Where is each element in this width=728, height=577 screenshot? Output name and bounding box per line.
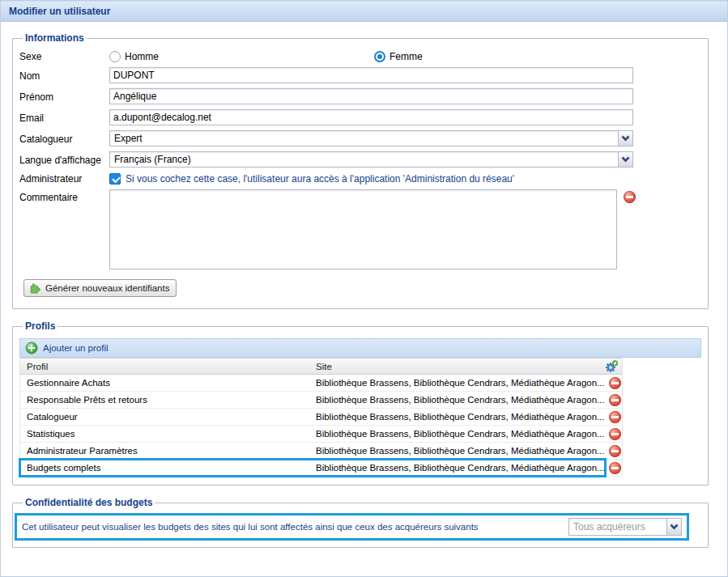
langue-dropdown-trigger[interactable] (618, 152, 632, 167)
radio-homme-label: Homme (125, 51, 159, 62)
profile-name-cell: Gestionnaire Achats (20, 378, 316, 388)
profile-row-main: Administrateur Paramètres Bibliothèque B… (20, 443, 605, 459)
add-profile-toolbar[interactable]: Ajouter un profil (19, 338, 701, 358)
add-profile-label: Ajouter un profil (43, 343, 109, 353)
profile-sites-cell: Bibliothèque Brassens, Bibliothèque Cend… (316, 446, 605, 456)
chevron-down-icon (670, 524, 679, 530)
profile-row[interactable]: Administrateur Paramètres Bibliothèque B… (20, 443, 622, 460)
nom-row: Nom (19, 67, 701, 83)
panel-titlebar: Modifier un utilisateur (1, 1, 727, 22)
administrateur-checkbox[interactable] (109, 173, 121, 185)
profile-sites-cell: Bibliothèque Brassens, Bibliothèque Cend… (316, 463, 605, 473)
commentaire-row: Commentaire (19, 189, 701, 269)
profile-row-main: Budgets complets Bibliothèque Brassens, … (20, 460, 605, 476)
acquereurs-select[interactable]: Tous acquéreurs (568, 518, 682, 536)
chevron-down-icon (621, 135, 630, 142)
profile-row[interactable]: Gestionnaire Achats Bibliothèque Brassen… (20, 375, 622, 392)
administrateur-label: Administrateur (19, 172, 109, 185)
remove-profile-icon[interactable] (609, 394, 621, 406)
informations-legend: Informations (23, 32, 87, 44)
catalogueur-value: Expert (110, 133, 618, 144)
generate-credentials-label: Générer nouveaux identifiants (45, 283, 169, 293)
radio-option-femme[interactable]: Femme (374, 51, 423, 62)
langue-label: Langue d'affichage (19, 154, 109, 166)
radio-option-homme[interactable]: Homme (109, 51, 374, 62)
profile-name-cell: Responsable Prêts et retours (20, 395, 316, 405)
nom-label: Nom (19, 70, 109, 82)
prenom-row: Prénom (19, 88, 701, 104)
langue-value: Français (France) (110, 154, 618, 165)
profile-name-cell: Budgets complets (20, 463, 316, 473)
profile-row-main: Statistiques Bibliothèque Brassens, Bibl… (20, 426, 605, 442)
profile-row[interactable]: Statistiques Bibliothèque Brassens, Bibl… (20, 426, 622, 443)
radio-femme-label: Femme (390, 51, 423, 62)
remove-profile-icon[interactable] (609, 377, 621, 389)
profile-row[interactable]: Budgets complets Bibliothèque Brassens, … (20, 460, 622, 477)
catalogueur-label: Catalogueur (19, 133, 109, 145)
profile-name-cell: Statistiques (20, 429, 316, 439)
commentaire-label: Commentaire (19, 189, 109, 203)
edit-user-panel: Modifier un utilisateur Informations Sex… (0, 0, 728, 577)
remove-profile-icon[interactable] (609, 462, 621, 474)
column-header-profil[interactable]: Profil (20, 362, 316, 371)
prenom-label: Prénom (19, 91, 109, 103)
acquereurs-dropdown-trigger[interactable] (666, 519, 681, 535)
catalogueur-select[interactable]: Expert (109, 130, 633, 146)
remove-profile-icon[interactable] (609, 445, 621, 457)
profils-fieldset: Profils Ajouter un profil Profil Site (12, 320, 709, 486)
confidentialite-fieldset: Confidentialité des budgets Cet utilisat… (12, 497, 709, 548)
acquereurs-value: Tous acquéreurs (569, 521, 666, 532)
page-title: Modifier un utilisateur (9, 6, 110, 17)
remove-profile-icon[interactable] (609, 411, 621, 423)
confidentialite-highlight-box: Cet utilisateur peut visualiser les budg… (15, 513, 689, 541)
chevron-down-icon (621, 156, 630, 163)
profile-row-main: Gestionnaire Achats Bibliothèque Brassen… (20, 375, 605, 391)
add-icon (25, 342, 38, 354)
profils-table-body: Gestionnaire Achats Bibliothèque Brassen… (20, 375, 622, 477)
profile-sites-cell: Bibliothèque Brassens, Bibliothèque Cend… (316, 412, 605, 422)
gear-plus-icon (604, 360, 619, 373)
profile-row[interactable]: Responsable Prêts et retours Bibliothèqu… (20, 392, 622, 409)
remove-profile-icon[interactable] (609, 428, 621, 440)
commentaire-textarea[interactable] (109, 189, 617, 269)
email-row: Email (19, 109, 701, 125)
email-input[interactable] (109, 109, 633, 125)
confidentialite-text: Cet utilisateur peut visualiser les budg… (22, 522, 485, 532)
profile-row[interactable]: Catalogueur Bibliothèque Brassens, Bibli… (20, 409, 622, 426)
profile-sites-cell: Bibliothèque Brassens, Bibliothèque Cend… (316, 378, 605, 388)
email-label: Email (19, 112, 109, 124)
catalogueur-dropdown-trigger[interactable] (618, 131, 632, 146)
profile-name-cell: Administrateur Paramètres (20, 446, 316, 456)
profils-table: Profil Site (19, 358, 623, 477)
sexe-options: Homme Femme (109, 51, 701, 62)
profile-name-cell: Catalogueur (20, 412, 316, 422)
profile-sites-cell: Bibliothèque Brassens, Bibliothèque Cend… (316, 395, 605, 405)
sexe-row: Sexe Homme Femme (19, 50, 701, 62)
nom-input[interactable] (109, 67, 633, 83)
prenom-input[interactable] (109, 88, 633, 104)
puzzle-icon (28, 282, 41, 295)
profile-sites-cell: Bibliothèque Brassens, Bibliothèque Cend… (316, 429, 605, 439)
administrateur-row: Administrateur Si vous cochez cette case… (19, 172, 701, 185)
profils-legend: Profils (23, 320, 57, 332)
column-settings-button[interactable] (604, 360, 619, 373)
spacer (1, 22, 727, 32)
langue-select[interactable]: Français (France) (109, 151, 633, 168)
generate-credentials-button[interactable]: Générer nouveaux identifiants (23, 279, 177, 297)
catalogueur-row: Catalogueur Expert (19, 130, 701, 146)
sexe-label: Sexe (19, 50, 109, 62)
radio-homme[interactable] (109, 51, 121, 62)
profile-row-main: Catalogueur Bibliothèque Brassens, Bibli… (20, 409, 605, 425)
remove-comment-icon[interactable] (624, 191, 636, 203)
column-header-site[interactable]: Site (316, 362, 601, 371)
confidentialite-legend: Confidentialité des budgets (23, 497, 155, 508)
profils-table-header: Profil Site (20, 358, 622, 375)
administrateur-hint: Si vous cochez cette case, l'utilisateur… (126, 173, 514, 185)
langue-row: Langue d'affichage Français (France) (19, 151, 701, 168)
profile-row-main: Responsable Prêts et retours Bibliothèqu… (20, 392, 605, 408)
radio-femme[interactable] (374, 51, 385, 62)
informations-fieldset: Informations Sexe Homme Femme Nom (12, 32, 709, 309)
